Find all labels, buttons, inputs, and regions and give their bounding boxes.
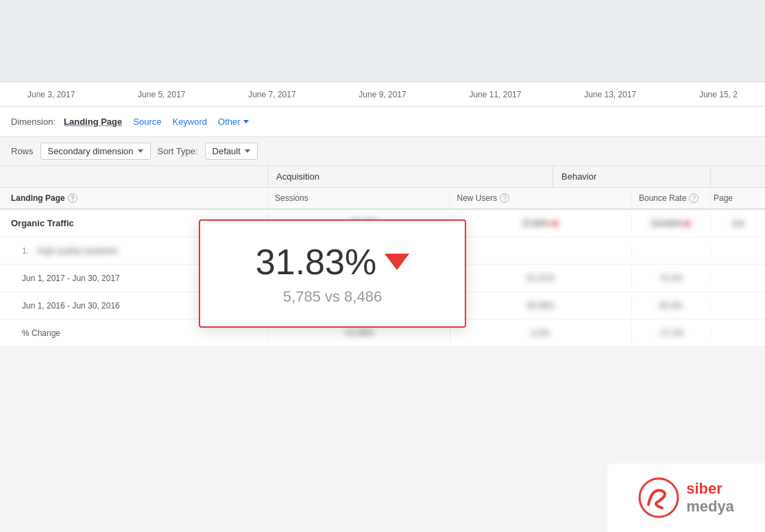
date-label-7: June 15, 2 xyxy=(699,90,738,99)
help-icon[interactable]: ? xyxy=(68,193,77,203)
popup-percentage: 31.83% xyxy=(256,241,409,282)
row1-bounce-rate xyxy=(631,245,710,256)
sort-type-label: Sort Type: xyxy=(158,146,198,156)
table-section-headers: Acquisition Behavior xyxy=(0,166,765,188)
arrow-down-icon xyxy=(385,254,409,270)
dimension-label: Dimension: xyxy=(11,117,56,127)
dimension-row: Dimension: Landing Page Source Keyword O… xyxy=(0,107,765,137)
date2017-bounce-rate: 70.3% xyxy=(631,268,710,289)
dimension-source-link[interactable]: Source xyxy=(133,117,161,127)
chevron-down-icon xyxy=(138,149,143,153)
date-label-4: June 9, 2017 xyxy=(359,90,406,99)
organic-new-users: 27,61% xyxy=(450,213,632,234)
section-spacer xyxy=(0,166,267,187)
help-icon[interactable]: ? xyxy=(689,193,699,203)
date-label-6: June 13, 2017 xyxy=(584,90,636,99)
chevron-down-icon xyxy=(245,149,250,153)
pct-bounce-rate: -27.4% xyxy=(631,323,710,343)
help-icon[interactable]: ? xyxy=(500,193,509,203)
secondary-dimension-dropdown[interactable]: Secondary dimension xyxy=(40,143,151,160)
date2016-bounce-rate: 80.0% xyxy=(631,295,710,316)
col-bounce-rate-header: Bounce Rate ? xyxy=(631,188,710,208)
pct-new-users: 8.9% xyxy=(450,323,632,343)
chart-area xyxy=(0,0,765,82)
col-new-users-header: New Users ? xyxy=(450,188,632,208)
red-dot-icon xyxy=(552,221,558,226)
date2017-new-users: 91.81% xyxy=(450,268,632,289)
svg-point-0 xyxy=(640,479,678,517)
row1-pages xyxy=(710,245,765,256)
date2017-pages xyxy=(710,273,765,284)
sort-default-dropdown[interactable]: Default xyxy=(205,143,258,160)
popup-comparison: 5,785 vs 8,486 xyxy=(283,288,382,306)
col-landing-page-header: Landing Page ? xyxy=(0,188,267,208)
siber-medya-logo-icon xyxy=(638,477,679,518)
controls-row: Rows Secondary dimension Sort Type: Defa… xyxy=(0,137,765,166)
date-label-2: June 5, 2017 xyxy=(138,90,185,99)
chevron-down-icon xyxy=(243,120,249,123)
pages-section-header xyxy=(710,166,765,187)
date-label-5: June 11, 2017 xyxy=(469,90,521,99)
comparison-popup: 31.83% 5,785 vs 8,486 xyxy=(199,219,466,328)
acquisition-section-header: Acquisition xyxy=(267,166,552,187)
logo-area: siber medya xyxy=(607,463,765,532)
date-label-3: June 7, 2017 xyxy=(248,90,295,99)
dimension-other-dropdown[interactable]: Other xyxy=(218,117,249,127)
organic-bounce-rate: 114.81% xyxy=(631,213,710,234)
pct-pages xyxy=(710,328,765,339)
col-sessions-header: Sessions xyxy=(267,188,450,208)
organic-pages: 2.4 xyxy=(710,213,765,234)
rows-label: Rows xyxy=(11,146,34,156)
logo-text: siber medya xyxy=(686,480,734,516)
date2016-pages xyxy=(710,300,765,311)
red-dot-icon xyxy=(685,221,690,226)
date-label-1: June 3, 2017 xyxy=(27,90,75,99)
date-axis: June 3, 2017 June 5, 2017 June 7, 2017 J… xyxy=(0,82,765,107)
behavior-section-header: Behavior xyxy=(552,166,710,187)
column-headers: Landing Page ? Sessions New Users ? Boun… xyxy=(0,188,765,210)
col-pages-header: Page xyxy=(710,188,765,208)
dimension-landing-page[interactable]: Landing Page xyxy=(64,117,122,127)
dimension-keyword-link[interactable]: Keyword xyxy=(172,117,207,127)
row1-new-users xyxy=(450,245,632,256)
date2016-new-users: 90.88% xyxy=(450,295,632,316)
